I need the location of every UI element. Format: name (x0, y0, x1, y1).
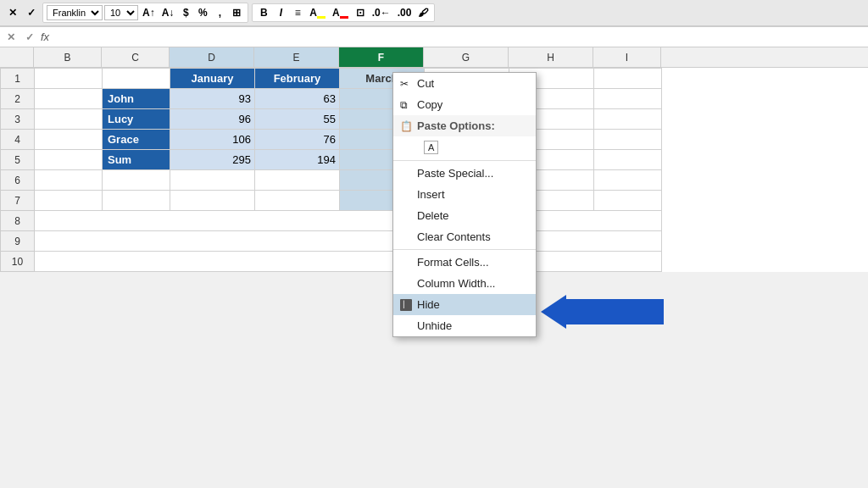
cell-i1[interactable] (594, 69, 662, 89)
context-menu: ✂ Cut ⧉ Copy 📋 Paste Options: A Paste Sp… (392, 72, 537, 337)
row-num-2: 2 (1, 89, 35, 109)
col-header-g[interactable]: G (424, 47, 509, 67)
formula-cancel-btn[interactable]: ✕ (3, 30, 19, 44)
fx-label: fx (41, 30, 49, 43)
grid-button[interactable]: ⊞ (229, 6, 244, 19)
col-header-f[interactable]: F (339, 47, 424, 67)
menu-item-copy[interactable]: ⧉ Copy (393, 94, 536, 115)
cell-e3[interactable]: 55 (255, 109, 340, 130)
menu-item-cut[interactable]: ✂ Cut (393, 73, 536, 94)
currency-button[interactable]: $ (178, 6, 193, 19)
cell-e1[interactable]: February (255, 69, 340, 89)
inc-decimal-button[interactable]: .00 (395, 6, 415, 19)
cell-c2[interactable]: John (103, 89, 170, 109)
menu-item-paste-options: 📋 Paste Options: (393, 115, 536, 136)
cell-d3[interactable]: 96 (170, 109, 255, 130)
cell-e5[interactable]: 194 (255, 150, 340, 170)
font-size-select[interactable]: 10 (104, 5, 138, 20)
col-header-i[interactable]: I (593, 47, 661, 67)
cell-b4[interactable] (35, 130, 103, 150)
cell-row10[interactable] (35, 252, 662, 272)
cell-i5[interactable] (594, 150, 662, 170)
cell-c5[interactable]: Sum (103, 150, 170, 170)
paste-a-button[interactable]: A (424, 141, 438, 154)
borders-button[interactable]: ⊡ (353, 6, 368, 19)
menu-item-unhide[interactable]: Unhide (393, 315, 536, 336)
blue-arrow (541, 295, 664, 331)
cell-e4[interactable]: 76 (255, 130, 340, 150)
cell-b2[interactable] (35, 89, 103, 109)
cell-i7[interactable] (594, 191, 662, 211)
menu-item-delete[interactable]: Delete (393, 205, 536, 226)
cancel-button[interactable]: ✕ (5, 6, 20, 19)
format-group: B I ≡ A A ⊡ .0← .00 🖌 (252, 3, 435, 22)
table-row: 4 Grace 106 76 (1, 130, 662, 150)
menu-item-format-cells[interactable]: Format Cells... (393, 252, 536, 273)
cell-d1[interactable]: January (170, 69, 255, 89)
comma-button[interactable]: , (212, 6, 227, 19)
table-row: 10 (1, 252, 662, 272)
cell-d7[interactable] (170, 191, 255, 211)
cell-d2[interactable]: 93 (170, 89, 255, 109)
col-header-e[interactable]: E (254, 47, 339, 67)
menu-item-clear-contents[interactable]: Clear Contents (393, 226, 536, 247)
cell-c6[interactable] (103, 170, 170, 191)
menu-item-insert[interactable]: Insert (393, 184, 536, 205)
col-header-d[interactable]: D (170, 47, 254, 67)
formula-confirm-btn[interactable]: ✓ (22, 30, 37, 44)
cell-e7[interactable] (255, 191, 340, 211)
row-num-7: 7 (1, 191, 35, 211)
cell-c3[interactable]: Lucy (103, 109, 170, 130)
font-family-select[interactable]: Franklin (47, 5, 103, 20)
cursor-icon: ▏ (400, 299, 412, 311)
col-header-b[interactable]: B (34, 47, 102, 67)
menu-item-column-width[interactable]: Column Width... (393, 273, 536, 294)
cell-c7[interactable] (103, 191, 170, 211)
cell-b1[interactable] (35, 69, 103, 89)
dec-decimal-button[interactable]: .0← (370, 6, 393, 19)
col-header-h[interactable]: H (509, 47, 593, 67)
cell-d6[interactable] (170, 170, 255, 191)
cell-i3[interactable] (594, 109, 662, 130)
cell-i4[interactable] (594, 130, 662, 150)
ribbon-toolbar: ✕ ✓ Franklin 10 A↑ A↓ $ % , ⊞ B I ≡ A A … (0, 0, 868, 27)
formula-input[interactable] (53, 30, 865, 43)
spreadsheet-table: 1 January February March 2 John 93 63 3 (0, 68, 662, 272)
percent-button[interactable]: % (195, 6, 210, 19)
cell-row8[interactable] (35, 211, 662, 231)
paintbrush-button[interactable]: 🖌 (415, 6, 431, 19)
fill-color-button[interactable]: A (307, 6, 328, 19)
font-grow-button[interactable]: A↑ (140, 6, 158, 19)
cell-e2[interactable]: 63 (255, 89, 340, 109)
copy-icon: ⧉ (400, 99, 408, 111)
cell-d4[interactable]: 106 (170, 130, 255, 150)
menu-item-paste-sub[interactable]: A (393, 136, 536, 158)
confirm-button[interactable]: ✓ (24, 6, 39, 19)
cell-d5[interactable]: 295 (170, 150, 255, 170)
corner-cell (0, 47, 34, 67)
table-row: 9 (1, 231, 662, 252)
cell-c1[interactable] (103, 69, 170, 89)
cell-row9[interactable] (35, 231, 662, 252)
cut-icon: ✂ (400, 78, 409, 90)
cell-b5[interactable] (35, 150, 103, 170)
cell-c4[interactable]: Grace (103, 130, 170, 150)
svg-marker-0 (541, 295, 664, 329)
column-headers: B C D E F G H I (0, 47, 868, 68)
cell-i2[interactable] (594, 89, 662, 109)
cell-b7[interactable] (35, 191, 103, 211)
table-row: 2 John 93 63 (1, 89, 662, 109)
cell-e6[interactable] (255, 170, 340, 191)
col-header-c[interactable]: C (102, 47, 170, 67)
cell-i6[interactable] (594, 170, 662, 191)
font-shrink-button[interactable]: A↓ (159, 6, 177, 19)
cell-b3[interactable] (35, 109, 103, 130)
menu-item-hide[interactable]: Hide ▏ (393, 294, 536, 315)
align-button[interactable]: ≡ (290, 6, 305, 19)
bold-button[interactable]: B (256, 6, 271, 19)
cell-b6[interactable] (35, 170, 103, 191)
table-row: 6 (1, 170, 662, 191)
font-color-button[interactable]: A (330, 6, 351, 19)
italic-button[interactable]: I (273, 6, 288, 19)
menu-item-paste-special[interactable]: Paste Special... (393, 163, 536, 184)
